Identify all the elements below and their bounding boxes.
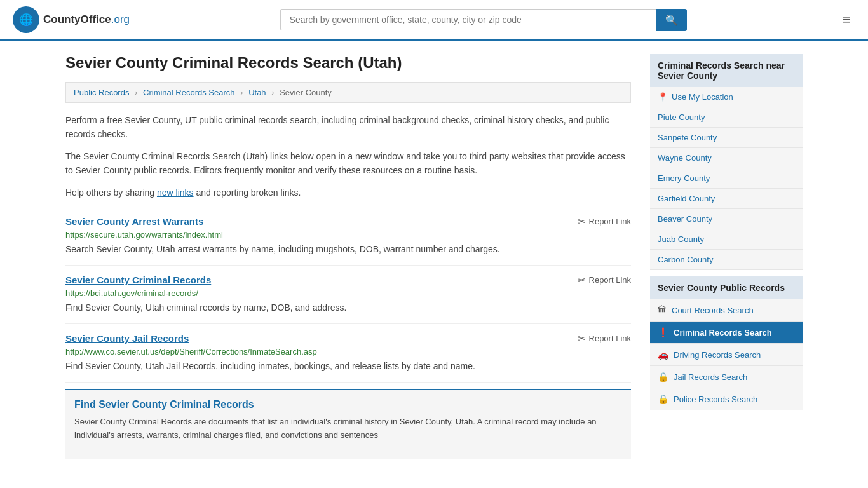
page-title: Sevier County Criminal Records Search (U… [65, 54, 631, 72]
search-input[interactable] [280, 9, 656, 30]
county-link-5[interactable]: Beaver County [658, 214, 712, 224]
record-item-2: Sevier County Jail Records ✂ Report Link… [65, 324, 631, 383]
find-section-para: Sevier County Criminal Records are docum… [74, 416, 622, 442]
search-bar-area: 🔍 [280, 9, 687, 31]
county-link-2[interactable]: Wayne County [658, 153, 712, 163]
record-title-2[interactable]: Sevier County Jail Records [65, 333, 189, 344]
breadcrumb-sep-3: › [271, 88, 274, 97]
sidebar-records-item-1[interactable]: ❗ Criminal Records Search [650, 322, 803, 344]
para3-prefix: Help others by sharing [65, 187, 157, 198]
menu-button[interactable]: ≡ [837, 9, 855, 30]
intro-para2: The Sevier County Criminal Records Searc… [65, 149, 631, 178]
record-item-0: Sevier County Arrest Warrants ✂ Report L… [65, 207, 631, 266]
court-records-link[interactable]: Court Records Search [672, 306, 754, 315]
driving-records-link[interactable]: Driving Records Search [674, 350, 761, 360]
site-header: 🌐 CountyOffice.org 🔍 ≡ [0, 0, 868, 41]
sidebar-county-2[interactable]: Wayne County [650, 148, 803, 168]
jail-records-link[interactable]: Jail Records Search [674, 372, 747, 382]
sidebar-county-6[interactable]: Juab County [650, 229, 803, 250]
sidebar-county-0[interactable]: Piute County [650, 107, 803, 128]
jail-icon: 🔒 [658, 372, 668, 382]
find-section-title: Find Sevier County Criminal Records [74, 399, 622, 410]
public-records-title: Sevier County Public Records [650, 276, 803, 299]
para3-suffix: and reporting broken links. [194, 187, 301, 198]
report-link-0[interactable]: ✂ Report Link [578, 216, 631, 227]
logo-icon: 🌐 [13, 6, 39, 33]
sidebar-county-1[interactable]: Sanpete County [650, 128, 803, 148]
sidebar-records-item-4[interactable]: 🔒 Police Records Search [650, 388, 803, 410]
intro-para3: Help others by sharing new links and rep… [65, 186, 631, 200]
police-icon: 🔒 [658, 394, 668, 404]
report-link-1[interactable]: ✂ Report Link [578, 274, 631, 286]
content-area: Sevier County Criminal Records Search (U… [65, 54, 631, 459]
breadcrumb-utah[interactable]: Utah [248, 88, 266, 97]
record-desc-2: Find Sevier County, Utah Jail Records, i… [65, 360, 631, 373]
find-section: Find Sevier County Criminal Records Sevi… [65, 389, 631, 459]
breadcrumb-sep-1: › [135, 88, 137, 97]
use-my-location[interactable]: 📍 Use My Location [650, 87, 803, 107]
sidebar-records-item-0[interactable]: 🏛 Court Records Search [650, 299, 803, 322]
record-desc-0: Search Sevier County, Utah arrest warran… [65, 243, 631, 256]
record-item-header-0: Sevier County Arrest Warrants ✂ Report L… [65, 216, 631, 227]
nearby-section-title: Criminal Records Search near Sevier Coun… [650, 54, 803, 87]
report-icon-2: ✂ [578, 333, 586, 344]
record-title-0[interactable]: Sevier County Arrest Warrants [65, 216, 203, 227]
breadcrumb-sevier: Sevier County [280, 88, 332, 97]
county-link-0[interactable]: Piute County [658, 112, 705, 122]
location-icon: 📍 [658, 92, 668, 102]
record-item-header-1: Sevier County Criminal Records ✂ Report … [65, 274, 631, 286]
sidebar-county-7[interactable]: Carbon County [650, 250, 803, 270]
county-link-7[interactable]: Carbon County [658, 255, 713, 264]
criminal-icon: ❗ [658, 327, 668, 337]
sidebar-county-3[interactable]: Emery County [650, 168, 803, 189]
record-desc-1: Find Sevier County, Utah criminal record… [65, 301, 631, 315]
breadcrumb-criminal-records[interactable]: Criminal Records Search [143, 88, 235, 97]
report-icon-0: ✂ [578, 216, 586, 227]
record-url-0[interactable]: https://secure.utah.gov/warrants/index.h… [65, 230, 631, 240]
search-button[interactable]: 🔍 [656, 9, 687, 31]
breadcrumb: Public Records › Criminal Records Search… [65, 82, 631, 103]
logo-text: CountyOffice.org [43, 13, 130, 26]
logo-area[interactable]: 🌐 CountyOffice.org [13, 6, 130, 33]
report-icon-1: ✂ [578, 274, 586, 286]
use-my-location-link[interactable]: Use My Location [672, 92, 733, 102]
record-url-2[interactable]: http://www.co.sevier.ut.us/dept/Sheriff/… [65, 347, 631, 356]
criminal-records-link[interactable]: Criminal Records Search [674, 328, 772, 337]
main-wrapper: Sevier County Criminal Records Search (U… [53, 41, 815, 471]
sidebar: Criminal Records Search near Sevier Coun… [650, 54, 803, 459]
county-link-1[interactable]: Sanpete County [658, 133, 717, 142]
record-item-1: Sevier County Criminal Records ✂ Report … [65, 266, 631, 324]
county-link-4[interactable]: Garfield County [658, 194, 715, 203]
new-links-link[interactable]: new links [157, 187, 194, 198]
public-records-section: Sevier County Public Records 🏛 Court Rec… [650, 276, 803, 410]
sidebar-records-item-3[interactable]: 🔒 Jail Records Search [650, 366, 803, 388]
intro-para1: Perform a free Sevier County, UT public … [65, 113, 631, 142]
report-link-2[interactable]: ✂ Report Link [578, 333, 631, 344]
county-link-6[interactable]: Juab County [658, 234, 704, 244]
record-title-1[interactable]: Sevier County Criminal Records [65, 274, 211, 285]
record-item-header-2: Sevier County Jail Records ✂ Report Link [65, 333, 631, 344]
sidebar-county-5[interactable]: Beaver County [650, 209, 803, 229]
nearby-section: Criminal Records Search near Sevier Coun… [650, 54, 803, 270]
driving-icon: 🚗 [658, 349, 668, 360]
breadcrumb-public-records[interactable]: Public Records [74, 88, 129, 97]
police-records-link[interactable]: Police Records Search [674, 395, 757, 404]
county-link-3[interactable]: Emery County [658, 173, 710, 183]
sidebar-county-4[interactable]: Garfield County [650, 189, 803, 209]
court-icon: 🏛 [658, 305, 667, 315]
record-url-1[interactable]: https://bci.utah.gov/criminal-records/ [65, 288, 631, 298]
sidebar-records-item-2[interactable]: 🚗 Driving Records Search [650, 344, 803, 366]
breadcrumb-sep-2: › [240, 88, 243, 97]
